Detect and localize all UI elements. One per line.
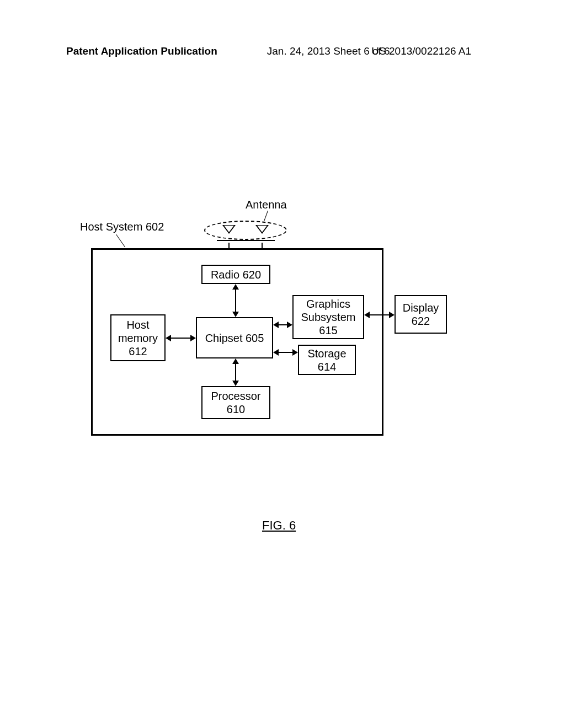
antenna-left-icon [222, 225, 236, 234]
leader-antenna [264, 211, 268, 221]
header-right: US 2013/0022126 A1 [371, 45, 471, 57]
arrow-chipset-processor [235, 360, 236, 385]
antenna-label: Antenna [246, 199, 287, 211]
antenna-right-icon [255, 225, 269, 234]
arrow-radio-chipset [235, 285, 236, 316]
antenna-base-line [217, 240, 275, 241]
figure-caption: FIG. 6 [262, 518, 296, 533]
radio-block: Radio 620 [201, 265, 270, 284]
host-memory-block: Host memory 612 [110, 314, 166, 361]
antenna-envelope [204, 221, 287, 240]
arrow-graphics-display [365, 314, 393, 315]
page-header: Patent Application Publication Jan. 24, … [66, 45, 499, 57]
chipset-block: Chipset 605 [196, 317, 273, 358]
header-left: Patent Application Publication [66, 45, 217, 57]
figure-6-diagram: Host System 602 Antenna Radio 620 Chipse… [80, 210, 477, 496]
graphics-block: Graphics Subsystem 615 [292, 295, 364, 339]
arrow-chipset-graphics [274, 324, 291, 325]
processor-block: Processor 610 [201, 386, 270, 419]
arrow-chipset-storage [274, 352, 297, 353]
host-system-label: Host System 602 [80, 221, 164, 233]
leader-host-system [116, 234, 125, 248]
arrow-memory-chipset [167, 338, 195, 339]
display-block: Display 622 [395, 295, 447, 334]
storage-block: Storage 614 [298, 345, 356, 375]
